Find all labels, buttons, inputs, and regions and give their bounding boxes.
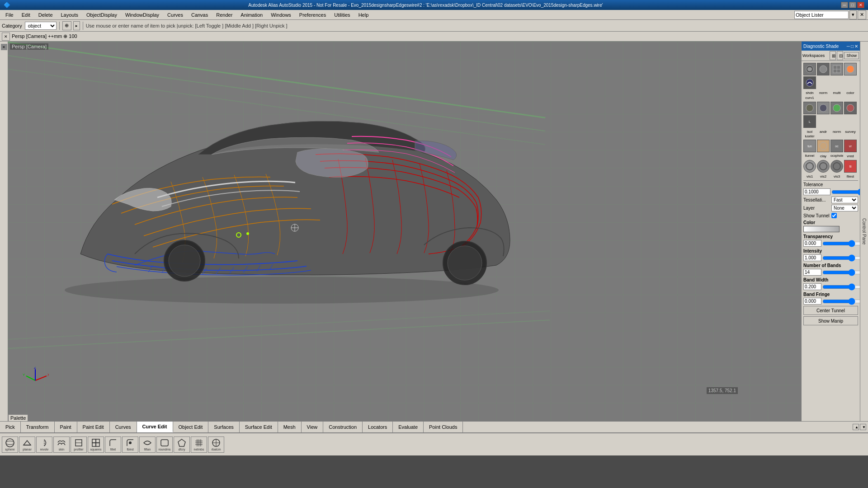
menu-render[interactable]: Render bbox=[212, 10, 236, 19]
object-lister-input[interactable] bbox=[794, 11, 849, 19]
shader-icon-survey[interactable] bbox=[844, 102, 857, 114]
workspaces-icon-1[interactable]: ⊞ bbox=[830, 51, 836, 60]
menu-preferences[interactable]: Preferences bbox=[296, 10, 330, 19]
tool-roundms[interactable]: roundms bbox=[156, 436, 173, 453]
tool-sphere[interactable]: sphere bbox=[2, 436, 18, 453]
tab-paint-edit[interactable]: Paint Edit bbox=[77, 422, 110, 432]
tab-point-clouds[interactable]: Point Clouds bbox=[424, 422, 463, 432]
maximize-button[interactable]: □ bbox=[849, 2, 856, 8]
menu-edit[interactable]: Edit bbox=[18, 10, 34, 19]
shader-icon-vred[interactable]: vr bbox=[844, 140, 857, 152]
shader-icon-luseter[interactable]: L bbox=[803, 115, 816, 128]
tab-pick[interactable]: Pick bbox=[0, 422, 21, 432]
panel-close-btn[interactable]: ✕ bbox=[854, 44, 858, 49]
workspaces-icon-2[interactable]: ⊟ bbox=[837, 51, 843, 60]
shader-icon-isol[interactable] bbox=[803, 102, 816, 114]
tolerance-input[interactable] bbox=[803, 188, 830, 195]
left-sidebar: ✕ bbox=[0, 42, 8, 421]
tab-transform[interactable]: Transform bbox=[21, 422, 55, 432]
tool-rbalcm[interactable]: rbalcm bbox=[208, 436, 224, 453]
tab-curve-edit[interactable]: Curve Edit bbox=[137, 422, 173, 432]
intensity-slider[interactable] bbox=[822, 255, 860, 261]
filest-icon[interactable]: fil bbox=[844, 160, 857, 173]
tab-curves[interactable]: Curves bbox=[110, 422, 137, 432]
panel-scroll-up[interactable]: ▲ bbox=[853, 424, 859, 430]
show-tunnel-checkbox[interactable] bbox=[831, 213, 837, 218]
color-swatch[interactable] bbox=[803, 226, 840, 232]
menu-layouts[interactable]: Layouts bbox=[57, 10, 82, 19]
shader-icon-ocophote[interactable]: oc bbox=[830, 140, 843, 152]
sidebar-icon-1[interactable]: ✕ bbox=[1, 44, 7, 50]
menu-windows[interactable]: Windows bbox=[267, 10, 295, 19]
band-fringe-slider[interactable] bbox=[822, 299, 860, 304]
menu-utilities[interactable]: Utilities bbox=[330, 10, 354, 19]
tool-netmbs[interactable]: netmbs bbox=[191, 436, 207, 453]
tab-surface-edit[interactable]: Surface Edit bbox=[240, 422, 278, 432]
band-width-input[interactable] bbox=[803, 283, 821, 290]
tool-fbind[interactable]: fbind bbox=[122, 436, 138, 453]
tab-view[interactable]: View bbox=[302, 422, 324, 432]
menu-delete[interactable]: Delete bbox=[35, 10, 57, 19]
panel-scroll-dn[interactable]: ▼ bbox=[860, 424, 866, 430]
shader-icon-multi[interactable] bbox=[830, 63, 843, 75]
show-manip-button[interactable]: Show Manip bbox=[803, 316, 858, 325]
tessellation-select[interactable]: Fast Fine bbox=[831, 197, 858, 203]
tool-profiler[interactable]: profiler bbox=[71, 436, 87, 453]
tool-skin[interactable]: skin bbox=[53, 436, 70, 453]
center-tunnel-button[interactable]: Center Tunnel bbox=[803, 306, 858, 315]
transparency-slider[interactable] bbox=[822, 241, 860, 246]
panel-collapse-btn[interactable]: ─ bbox=[847, 44, 850, 49]
pick-mode-btn[interactable]: ▸ bbox=[73, 21, 80, 30]
tolerance-slider[interactable] bbox=[831, 189, 860, 195]
band-fringe-input[interactable] bbox=[803, 298, 821, 305]
tool-fillet[interactable]: fillet bbox=[105, 436, 121, 453]
workspaces-show-btn[interactable]: Show bbox=[844, 52, 859, 59]
num-bands-slider[interactable] bbox=[822, 270, 860, 275]
shader-icon-clay[interactable] bbox=[817, 140, 830, 152]
menu-curves[interactable]: Curves bbox=[164, 10, 187, 19]
shader-icon-andr[interactable] bbox=[817, 102, 830, 114]
band-width-slider[interactable] bbox=[822, 284, 860, 290]
object-lister-close[interactable]: ✕ bbox=[858, 10, 866, 19]
tab-object-edit[interactable]: Object Edit bbox=[173, 422, 209, 432]
menu-animation[interactable]: Animation bbox=[237, 10, 266, 19]
minimize-button[interactable]: ─ bbox=[841, 2, 848, 8]
tab-paint[interactable]: Paint bbox=[55, 422, 77, 432]
tab-surfaces[interactable]: Surfaces bbox=[208, 422, 239, 432]
shader-icon-curv1[interactable] bbox=[803, 76, 816, 89]
layer-select[interactable]: None bbox=[831, 205, 858, 211]
vis2-icon[interactable] bbox=[817, 160, 830, 173]
tab-evaluate[interactable]: Evaluate bbox=[393, 422, 424, 432]
tool-dfcry[interactable]: dfcry bbox=[174, 436, 190, 453]
vis1-icon[interactable] bbox=[803, 160, 816, 173]
category-select[interactable]: object bbox=[25, 22, 57, 30]
menu-canvas[interactable]: Canvas bbox=[188, 10, 212, 19]
vis3-icon[interactable] bbox=[830, 160, 843, 173]
tab-mesh[interactable]: Mesh bbox=[278, 422, 302, 432]
panel-expand-btn[interactable]: □ bbox=[851, 44, 854, 49]
num-bands-input[interactable] bbox=[803, 269, 821, 276]
intensity-input[interactable] bbox=[803, 254, 821, 261]
menu-file[interactable]: File bbox=[2, 10, 17, 19]
tool-planar[interactable]: planar bbox=[19, 436, 35, 453]
shader-icon-ltunnel[interactable]: tun bbox=[803, 140, 816, 152]
shader-icon-shdn[interactable] bbox=[803, 63, 816, 75]
menu-windowdisplay[interactable]: WindowDisplay bbox=[122, 10, 163, 19]
shader-icon-norm[interactable] bbox=[817, 63, 830, 75]
tab-locators[interactable]: Locators bbox=[363, 422, 393, 432]
tool-revolv[interactable]: revolv bbox=[36, 436, 52, 453]
pick-icon-btn[interactable]: ⊕ bbox=[62, 21, 71, 30]
tab-construction[interactable]: Construction bbox=[323, 422, 363, 432]
transparency-input[interactable] bbox=[803, 240, 821, 247]
viewport[interactable]: Persp [Camera] X Y Z 1357.5, 752.1 Palet… bbox=[8, 42, 801, 421]
menu-objectdisplay[interactable]: ObjectDisplay bbox=[83, 10, 121, 19]
menu-help[interactable]: Help bbox=[355, 10, 373, 19]
object-lister-btn[interactable]: ▾ bbox=[849, 10, 857, 19]
close-button[interactable]: ✕ bbox=[857, 2, 864, 8]
tool-fiflan[interactable]: fiflan bbox=[139, 436, 156, 453]
shader-icon-norm2[interactable] bbox=[830, 102, 843, 114]
toolbar2-close[interactable]: ✕ bbox=[2, 33, 10, 41]
control-pane-label[interactable]: Control Pane bbox=[860, 42, 868, 421]
shader-icon-color[interactable] bbox=[844, 63, 857, 75]
tool-squares[interactable]: squares bbox=[88, 436, 104, 453]
